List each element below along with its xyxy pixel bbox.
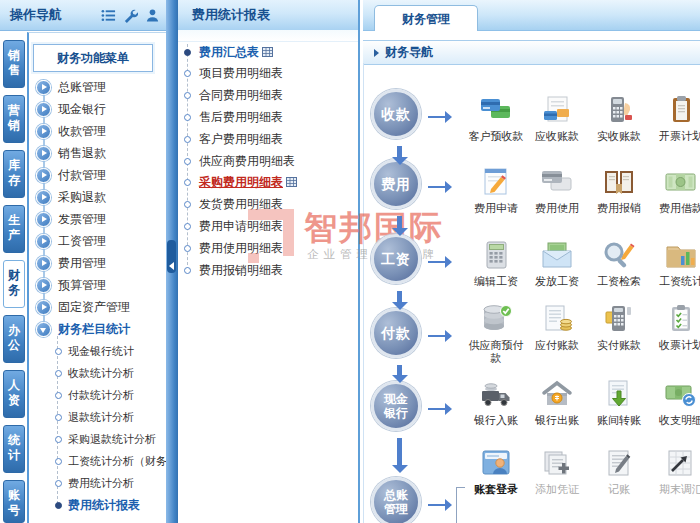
tree-item[interactable]: 现金银行: [30, 98, 166, 120]
expand-toggle-icon[interactable]: [36, 102, 51, 117]
wrench-icon[interactable]: [123, 8, 138, 23]
app-shortcut[interactable]: 费用借款: [650, 167, 700, 215]
tree-item[interactable]: 工资管理: [30, 230, 166, 252]
app-shortcut[interactable]: 开票计划: [650, 95, 700, 143]
app-shortcut[interactable]: 账套登录: [465, 448, 527, 496]
list-icon[interactable]: [101, 8, 116, 23]
app-shortcut[interactable]: 应收账款: [526, 95, 588, 143]
tree-item[interactable]: 固定资产管理: [30, 296, 166, 318]
vertical-tab-9[interactable]: 账号: [3, 480, 25, 523]
nav-circle-2[interactable]: 费用: [371, 159, 421, 209]
app-shortcut[interactable]: 费用报销: [588, 167, 650, 215]
app-shortcut[interactable]: 工资统计: [650, 240, 700, 288]
splitter-collapse-icon[interactable]: [169, 262, 174, 270]
vertical-tab-6[interactable]: 办公: [3, 315, 25, 363]
report-list-item[interactable]: 费用使用明细表: [180, 238, 356, 258]
app-shortcut[interactable]: 客户预收款: [465, 95, 527, 143]
app-shortcut[interactable]: 实付账款: [588, 304, 650, 352]
vertical-tab-label: 销: [4, 48, 24, 63]
report-list-item[interactable]: 费用申请明细表: [180, 216, 356, 236]
ledger-bracket-vline: [456, 487, 457, 523]
tree-item[interactable]: 付款管理: [30, 164, 166, 186]
tab-finance-management[interactable]: 财务管理: [374, 5, 478, 31]
ledger-book-icon: [602, 167, 636, 197]
tree-sub-item[interactable]: 收款统计分析: [50, 362, 166, 384]
expand-toggle-icon[interactable]: [36, 168, 51, 183]
nav-circle-1[interactable]: 收款: [371, 89, 421, 139]
tree-sub-item[interactable]: 工资统计分析（财务）: [50, 450, 166, 472]
app-shortcut[interactable]: 费用使用: [526, 167, 588, 215]
app-shortcut[interactable]: 发放工资: [526, 240, 588, 288]
vertical-tab-label: 号: [4, 503, 24, 518]
nav-circle-6[interactable]: 总账管理: [371, 477, 421, 523]
app-shortcut[interactable]: 期末调汇: [650, 448, 700, 496]
expand-toggle-icon[interactable]: [36, 80, 51, 95]
app-shortcut[interactable]: 费用申请: [465, 167, 527, 215]
nav-circle-5[interactable]: 现金银行: [371, 381, 421, 431]
app-shortcut-label: 记账: [608, 483, 630, 496]
tree-item[interactable]: 总账管理: [30, 76, 166, 98]
user-icon[interactable]: [145, 8, 160, 23]
app-shortcut[interactable]: 收票计划: [650, 304, 700, 352]
vertical-tab-7[interactable]: 人资: [3, 370, 25, 418]
collapse-toggle-icon[interactable]: [36, 322, 51, 337]
vertical-tab-label: 销: [4, 118, 24, 133]
tree-item[interactable]: 销售退款: [30, 142, 166, 164]
vertical-tab-4[interactable]: 生产: [3, 205, 25, 253]
app-shortcut[interactable]: 银行出账: [526, 379, 588, 427]
app-shortcut[interactable]: 实收账款: [588, 95, 650, 143]
report-list-item[interactable]: 售后费用明细表: [180, 107, 356, 127]
tree-sub-item[interactable]: 退款统计分析: [50, 406, 166, 428]
report-list-item[interactable]: 采购费用明细表: [180, 172, 356, 192]
tree-section-finance-stats[interactable]: 财务栏目统计: [30, 318, 166, 340]
report-list-item[interactable]: 合同费用明细表: [180, 85, 356, 105]
tree-sub-item-active[interactable]: 费用统计报表: [50, 494, 166, 516]
vertical-tab-8[interactable]: 统计: [3, 425, 25, 473]
app-shortcut[interactable]: 账间转账: [588, 379, 650, 427]
vertical-tab-label: 产: [4, 228, 24, 243]
expand-toggle-icon[interactable]: [36, 190, 51, 205]
tree-item[interactable]: 收款管理: [30, 120, 166, 142]
report-list-item[interactable]: 费用汇总表: [180, 42, 356, 62]
app-shortcut[interactable]: 银行入账: [465, 379, 527, 427]
tree-item[interactable]: 预算管理: [30, 274, 166, 296]
nav-circle-label: 收款: [381, 107, 411, 122]
report-list-item[interactable]: 费用报销明细表: [180, 260, 356, 280]
expand-toggle-icon[interactable]: [36, 212, 51, 227]
app-shortcut[interactable]: 记账: [588, 448, 650, 496]
report-list-item[interactable]: 供应商费用明细表: [180, 151, 356, 171]
expand-toggle-icon[interactable]: [36, 146, 51, 161]
vertical-tab-5[interactable]: 财务: [3, 260, 25, 308]
expand-toggle-icon[interactable]: [36, 124, 51, 139]
nav-circle-4[interactable]: 付款: [371, 308, 421, 358]
vertical-tab-3[interactable]: 库存: [3, 150, 25, 198]
tree-sub-item[interactable]: 采购退款统计分析: [50, 428, 166, 450]
nav-circle-3[interactable]: 工资: [371, 234, 421, 284]
report-list-item[interactable]: 项目费用明细表: [180, 63, 356, 83]
report-list-item[interactable]: 客户费用明细表: [180, 129, 356, 149]
erp-finance-screen: { "left_panel": { "title": "操作导航", "head…: [0, 0, 700, 523]
app-shortcut[interactable]: 添加凭证: [526, 448, 588, 496]
tree-item[interactable]: 费用管理: [30, 252, 166, 274]
expand-toggle-icon[interactable]: [36, 300, 51, 315]
vertical-tab-2[interactable]: 营销: [3, 95, 25, 143]
expand-toggle-icon[interactable]: [36, 234, 51, 249]
tree-item[interactable]: 采购退款: [30, 186, 166, 208]
expand-toggle-icon[interactable]: [36, 278, 51, 293]
tree-sub-item[interactable]: 付款统计分析: [50, 384, 166, 406]
app-shortcut[interactable]: 供应商预付款: [465, 304, 527, 365]
vertical-tab-1[interactable]: 销售: [3, 40, 25, 88]
app-shortcut[interactable]: 编辑工资: [465, 240, 527, 288]
finance-nav-bar[interactable]: 财务导航: [363, 40, 700, 65]
app-shortcut[interactable]: 工资检索: [588, 240, 650, 288]
vertical-tab-label: 财: [4, 268, 24, 283]
tree-item[interactable]: 发票管理: [30, 208, 166, 230]
tree-sub-item[interactable]: 费用统计分析: [50, 472, 166, 494]
finance-menu-button[interactable]: 财务功能菜单: [33, 44, 153, 72]
app-shortcut[interactable]: 收支明细: [650, 379, 700, 427]
app-shortcut[interactable]: 应付账款: [526, 304, 588, 352]
tree-sub-item[interactable]: 现金银行统计: [50, 340, 166, 362]
report-list-item[interactable]: 发货费用明细表: [180, 194, 356, 214]
expand-toggle-icon[interactable]: [36, 256, 51, 271]
ledger-bracket-hline: [456, 487, 465, 488]
